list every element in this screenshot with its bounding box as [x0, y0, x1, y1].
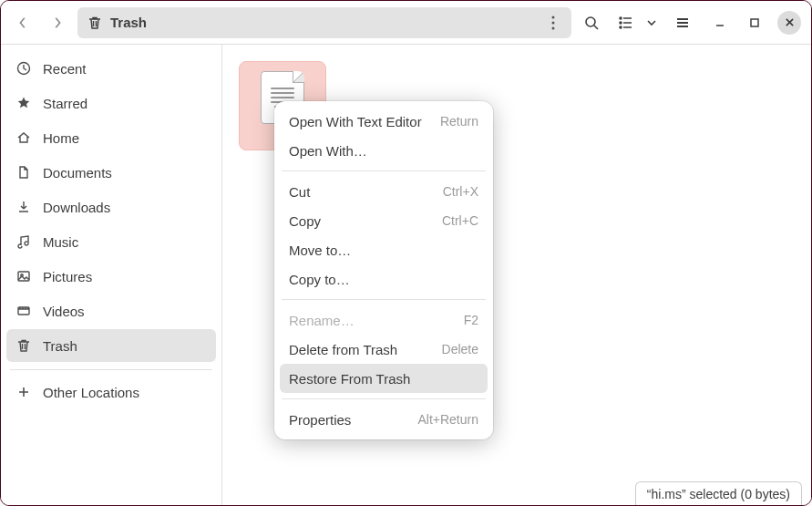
chevron-down-icon [646, 17, 657, 28]
ctx-open-with[interactable]: Open With… [280, 136, 488, 165]
sidebar-item-downloads[interactable]: Downloads [6, 191, 216, 223]
search-icon [584, 15, 599, 30]
hamburger-menu-button[interactable] [668, 8, 697, 37]
ctx-cut[interactable]: Cut Ctrl+X [280, 177, 488, 206]
svg-point-1 [552, 21, 555, 24]
svg-point-0 [552, 15, 555, 18]
plus-icon [15, 384, 32, 400]
ctx-separator [282, 170, 486, 171]
sidebar-item-label: Other Locations [43, 385, 139, 400]
svg-rect-7 [751, 19, 758, 26]
sidebar-item-label: Starred [43, 96, 87, 111]
location-label: Trash [110, 15, 147, 30]
kebab-icon [551, 15, 555, 30]
context-menu: Open With Text Editor Return Open With… … [274, 101, 493, 439]
window-controls [708, 11, 801, 35]
ctx-separator [282, 398, 486, 399]
ctx-label: Restore From Trash [289, 371, 410, 387]
headerbar: Trash [1, 1, 811, 45]
chevron-right-icon [51, 16, 64, 29]
sidebar-item-trash[interactable]: Trash [6, 329, 216, 362]
ctx-restore-from-trash[interactable]: Restore From Trash [280, 364, 488, 393]
svg-point-2 [552, 26, 555, 29]
ctx-label: Properties [289, 412, 351, 428]
sidebar-item-label: Videos [43, 304, 85, 319]
ctx-label: Move to… [289, 243, 351, 258]
ctx-label: Open With… [289, 143, 367, 159]
ctx-accel: Alt+Return [417, 412, 478, 427]
sidebar-item-starred[interactable]: Starred [6, 87, 216, 119]
pathbar-menu-button[interactable] [540, 10, 566, 36]
video-icon [15, 303, 32, 319]
ctx-label: Cut [289, 184, 310, 200]
music-icon [15, 233, 32, 250]
maximize-icon [749, 17, 760, 28]
ctx-label: Copy [289, 213, 321, 229]
chevron-left-icon [16, 16, 29, 29]
ctx-accel: Ctrl+C [442, 213, 478, 228]
ctx-accel: Ctrl+X [443, 184, 478, 199]
ctx-move-to[interactable]: Move to… [280, 235, 488, 264]
close-button[interactable] [777, 11, 801, 35]
sidebar-item-documents[interactable]: Documents [6, 156, 216, 189]
ctx-accel: Return [440, 114, 478, 129]
ctx-label: Copy to… [289, 272, 350, 287]
ctx-properties[interactable]: Properties Alt+Return [280, 405, 488, 434]
sidebar-item-label: Recent [43, 61, 87, 77]
svg-rect-9 [18, 272, 29, 281]
sidebar-item-label: Home [43, 130, 79, 146]
sidebar-item-home[interactable]: Home [6, 121, 216, 154]
sidebar-item-label: Documents [43, 165, 112, 181]
ctx-label: Rename… [289, 313, 355, 328]
ctx-rename: Rename… F2 [280, 305, 488, 335]
list-view-button[interactable] [612, 8, 641, 37]
sidebar-separator [10, 369, 212, 370]
sidebar-item-label: Trash [43, 338, 77, 354]
minimize-button[interactable] [708, 11, 732, 35]
svg-point-5 [620, 22, 622, 24]
search-button[interactable] [577, 8, 606, 37]
hamburger-icon [675, 15, 690, 30]
trash-icon [15, 337, 32, 354]
pictures-icon [15, 268, 32, 284]
ctx-label: Open With Text Editor [289, 114, 422, 129]
sidebar-item-recent[interactable]: Recent [6, 52, 216, 85]
ctx-open-with-text-editor[interactable]: Open With Text Editor Return [280, 107, 488, 136]
selection-status: “hi.ms” selected (0 bytes) [635, 481, 802, 506]
sidebar: Recent Starred Home Documents Downloads … [1, 45, 222, 505]
sidebar-item-label: Music [43, 234, 78, 250]
star-icon [15, 95, 32, 111]
ctx-copy-to[interactable]: Copy to… [280, 264, 488, 294]
ctx-accel: F2 [464, 313, 478, 327]
maximize-button[interactable] [743, 11, 766, 35]
sidebar-item-label: Downloads [43, 200, 110, 215]
sidebar-item-label: Pictures [43, 269, 92, 284]
view-options [612, 8, 663, 37]
trash-icon [87, 15, 103, 31]
view-dropdown-button[interactable] [641, 8, 663, 37]
download-icon [15, 199, 32, 215]
sidebar-item-videos[interactable]: Videos [6, 294, 216, 327]
ctx-label: Delete from Trash [289, 342, 397, 357]
ctx-delete-from-trash[interactable]: Delete from Trash Delete [280, 335, 488, 364]
documents-icon [15, 164, 32, 181]
sidebar-item-music[interactable]: Music [6, 225, 216, 258]
list-view-icon [619, 15, 633, 30]
svg-point-4 [620, 17, 622, 19]
location-pathbar[interactable]: Trash [77, 7, 571, 38]
ctx-copy[interactable]: Copy Ctrl+C [280, 206, 488, 235]
nav-forward-button[interactable] [43, 8, 72, 37]
svg-point-3 [586, 17, 595, 26]
ctx-separator [282, 299, 486, 300]
close-icon [785, 17, 795, 27]
home-icon [15, 129, 32, 146]
sidebar-item-other-locations[interactable]: Other Locations [6, 376, 216, 408]
ctx-accel: Delete [442, 342, 478, 356]
svg-point-6 [620, 26, 622, 28]
minimize-icon [714, 16, 726, 29]
sidebar-item-pictures[interactable]: Pictures [6, 260, 216, 293]
nav-back-button[interactable] [8, 8, 37, 37]
clock-icon [15, 60, 32, 77]
